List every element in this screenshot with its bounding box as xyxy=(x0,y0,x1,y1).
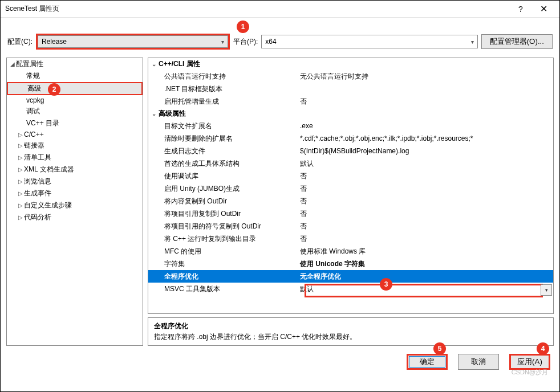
property-row[interactable]: 启用 Unity (JUMBO)生成否 xyxy=(148,182,553,195)
property-value: 无全程序优化 xyxy=(298,272,553,281)
caret-right-icon: ▷ xyxy=(18,154,24,161)
tree-root-label: 配置属性 xyxy=(16,60,43,68)
dropdown-chevron-icon[interactable]: ▾ xyxy=(541,284,552,296)
property-name: 目标文件扩展名 xyxy=(148,121,298,131)
property-row[interactable]: 字符集使用 Unicode 字符集 xyxy=(148,258,553,270)
property-group-header[interactable]: ⌄C++/CLI 属性 xyxy=(148,58,553,70)
chevron-down-icon: ▾ xyxy=(471,39,474,45)
property-row[interactable]: 目标文件扩展名.exe xyxy=(148,120,553,132)
close-button[interactable]: ✕ xyxy=(532,3,555,14)
tree-item-label: 自定义生成步骤 xyxy=(24,201,72,209)
config-label: 配置(C): xyxy=(7,37,33,47)
property-page-window: SceneTest 属性页 ? ✕ 1 2 配置(C): Release ▾ 平… xyxy=(0,0,560,392)
property-row[interactable]: .NET 目标框架版本 xyxy=(148,83,553,95)
config-row: 配置(C): Release ▾ 平台(P): x64 ▾ 配置管理器(O)..… xyxy=(1,18,559,58)
tree-item-label: 高级 xyxy=(27,84,41,92)
property-value: 使用标准 Windows 库 xyxy=(298,247,553,256)
property-group-header[interactable]: ⌄高级属性 xyxy=(148,108,553,120)
tree-item[interactable]: ▷C/C++ xyxy=(7,129,143,140)
titlebar: SceneTest 属性页 ? ✕ xyxy=(1,1,559,18)
tree-item[interactable]: VC++ 目录 xyxy=(7,117,143,129)
tree-item-label: 浏览信息 xyxy=(24,177,51,185)
caret-right-icon: ▷ xyxy=(18,142,24,149)
config-select-wrapper: Release ▾ xyxy=(36,34,230,50)
caret-right-icon: ▷ xyxy=(18,190,24,197)
tree-item-label: 生成事件 xyxy=(24,189,51,197)
ok-button[interactable]: 确定 xyxy=(407,354,448,370)
property-row[interactable]: 将内容复制到 OutDir否 xyxy=(148,195,553,207)
caret-down-icon: ◢ xyxy=(10,61,16,67)
property-row[interactable]: 将项目引用的符号复制到 OutDir否 xyxy=(148,220,553,232)
chevron-down-icon: ⌄ xyxy=(152,61,156,67)
tree-item-label: vcpkg xyxy=(26,96,44,104)
property-grid: ⌄C++/CLI 属性公共语言运行时支持无公共语言运行时支持.NET 目标框架版… xyxy=(148,58,554,314)
property-name: 字符集 xyxy=(148,259,298,269)
property-value: 否 xyxy=(298,172,553,181)
tree-item[interactable]: ▷自定义生成步骤 xyxy=(7,199,143,211)
property-name: .NET 目标框架版本 xyxy=(148,84,298,94)
property-row[interactable]: 将项目引用复制到 OutDir否 xyxy=(148,207,553,220)
description-panel: 全程序优化 指定程序将跨 .obj 边界进行优化；当开启 C/C++ 优化时效果… xyxy=(148,317,554,346)
tree-item-label: XML 文档生成器 xyxy=(24,165,74,173)
property-row[interactable]: 生成日志文件$(IntDir)$(MSBuildProjectName).log xyxy=(148,145,553,157)
property-name: 启用托管增量生成 xyxy=(148,97,298,107)
chevron-down-icon: ⌄ xyxy=(152,111,156,117)
tree-item[interactable]: ▷链接器 xyxy=(7,140,143,152)
property-name: 首选的生成工具体系结构 xyxy=(148,159,298,169)
tree-item[interactable]: ▷浏览信息 xyxy=(7,175,143,187)
caret-right-icon: ▷ xyxy=(18,166,24,173)
property-row[interactable]: 启用托管增量生成否 xyxy=(148,95,553,108)
annotation-badge-1: 1 xyxy=(237,21,249,33)
property-value: .exe xyxy=(298,122,553,130)
platform-value: x64 xyxy=(265,38,276,46)
tree-item-label: 清单工具 xyxy=(24,153,51,161)
property-name: 将项目引用复制到 OutDir xyxy=(148,209,298,219)
property-name: 公共语言运行时支持 xyxy=(148,72,298,81)
caret-right-icon: ▷ xyxy=(18,178,24,185)
caret-right-icon: ▷ xyxy=(18,214,24,220)
help-button[interactable]: ? xyxy=(509,5,532,14)
tree-root[interactable]: ◢配置属性 xyxy=(7,58,143,70)
property-value: *.cdf;*.cache;*.obj;*.obj.enc;*.ilk;*.ip… xyxy=(298,134,553,142)
tree-item[interactable]: vcpkg xyxy=(7,95,143,105)
caret-right-icon: ▷ xyxy=(18,202,24,209)
property-row[interactable]: 清除时要删除的扩展名*.cdf;*.cache;*.obj;*.obj.enc;… xyxy=(148,132,553,145)
tree-item[interactable]: ▷清单工具 xyxy=(7,152,143,164)
property-value: 否 xyxy=(298,197,553,206)
tree-item-label: 链接器 xyxy=(24,141,44,149)
property-row[interactable]: 公共语言运行时支持无公共语言运行时支持 xyxy=(148,70,553,83)
property-row[interactable]: 全程序优化无全程序优化 xyxy=(148,270,553,283)
tree-item-label: 常规 xyxy=(26,72,40,80)
config-manager-button[interactable]: 配置管理器(O)... xyxy=(481,34,553,49)
property-row[interactable]: 使用调试库否 xyxy=(148,170,553,182)
right-column: ⌄C++/CLI 属性公共语言运行时支持无公共语言运行时支持.NET 目标框架版… xyxy=(148,58,554,346)
property-name: MSVC 工具集版本 xyxy=(148,284,298,294)
property-name: 将项目引用的符号复制到 OutDir xyxy=(148,222,298,231)
property-value: 使用 Unicode 字符集 xyxy=(298,259,553,269)
tree-item[interactable]: 常规 xyxy=(7,70,143,82)
tree-item-label: 调试 xyxy=(26,107,40,115)
tree-item[interactable]: ▷XML 文档生成器 xyxy=(7,164,143,175)
tree-item-label: VC++ 目录 xyxy=(26,119,59,127)
tree-item[interactable]: 调试 xyxy=(7,105,143,117)
tree-panel: ◢配置属性 常规高级vcpkg调试VC++ 目录▷C/C++▷链接器▷清单工具▷… xyxy=(6,58,143,346)
tree-item[interactable]: ▷代码分析 xyxy=(7,211,143,223)
annotation-badge-3: 3 xyxy=(380,278,392,291)
annotation-badge-2: 2 xyxy=(48,83,60,96)
apply-button[interactable]: 应用(A) xyxy=(509,354,550,370)
cancel-button[interactable]: 取消 xyxy=(458,354,499,370)
tree-item-label: C/C++ xyxy=(24,130,44,138)
property-row[interactable]: MFC 的使用使用标准 Windows 库 xyxy=(148,245,553,258)
property-row[interactable]: 将 C++ 运行时复制到输出目录否 xyxy=(148,232,553,245)
config-select[interactable]: Release ▾ xyxy=(38,35,228,48)
property-value: 否 xyxy=(298,222,553,231)
tree-item[interactable]: 高级 xyxy=(7,82,143,95)
property-name: 使用调试库 xyxy=(148,172,298,181)
property-value: 默认 xyxy=(298,159,553,169)
property-row[interactable]: MSVC 工具集版本默认 xyxy=(148,283,553,295)
platform-select[interactable]: x64 ▾ xyxy=(261,35,477,48)
property-name: 将 C++ 运行时复制到输出目录 xyxy=(148,234,298,244)
property-row[interactable]: 首选的生成工具体系结构默认 xyxy=(148,157,553,170)
tree-item[interactable]: ▷生成事件 xyxy=(7,187,143,199)
property-value: 无公共语言运行时支持 xyxy=(298,72,553,81)
